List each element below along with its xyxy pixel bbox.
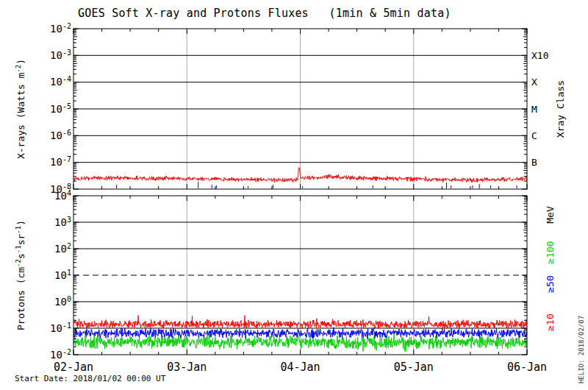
xray-class-label: X10 [531,50,548,61]
xray-class-label: B [531,157,537,168]
xray-class-label: M [531,104,537,115]
energy-threshold-label: ≥100 [545,241,556,263]
date-tick-label: 06-Jan [507,361,547,374]
y-tick-label: 101 [54,269,71,281]
date-tick-label: 05-Jan [394,361,434,374]
y-tick-label: 10-2 [50,348,71,361]
date-tick-label: 04-Jan [280,361,320,374]
y-tick-label: 100 [54,295,71,308]
y-tick-label: 104 [54,189,71,202]
y-tick-label: 10-7 [50,155,71,168]
y-tick-label: 103 [54,216,71,228]
xray-class-label: C [531,130,537,141]
goes-flux-plot-page: { "title": "GOES Soft X-ray and Protons … [0,0,588,390]
y-tick-label: 10-4 [50,75,71,88]
date-tick-label: 03-Jan [167,361,207,374]
xray-panel: 10-210-310-410-510-610-710-8X-rays (Watt… [15,22,566,195]
goes-flux-chart: 10-210-310-410-510-610-710-8X-rays (Watt… [0,0,588,390]
y-tick-label: 10-3 [50,49,71,61]
y-tick-label: 10-1 [50,322,71,334]
protons-panel: 10410310210110010-110-2Protons (cm-2s-1s… [15,189,556,375]
energy-threshold-label: ≥10 [545,313,556,330]
date-tick-label: 02-Jan [54,361,93,374]
protons-axis-title: Protons (cm-2s-1sr-1) [15,220,26,330]
xray-class-label: X [531,77,537,88]
mev-axis-title: MeV [545,206,556,224]
y-tick-label: 10-5 [50,102,71,115]
xray-class-axis-title: Xray Class [555,80,566,138]
xray-axis-title: X-rays (Watts m-2) [15,59,26,159]
y-tick-label: 10-2 [50,22,71,35]
y-tick-label: 10-6 [50,129,71,141]
y-tick-label: 102 [54,242,71,255]
energy-threshold-label: ≥50 [545,275,556,292]
